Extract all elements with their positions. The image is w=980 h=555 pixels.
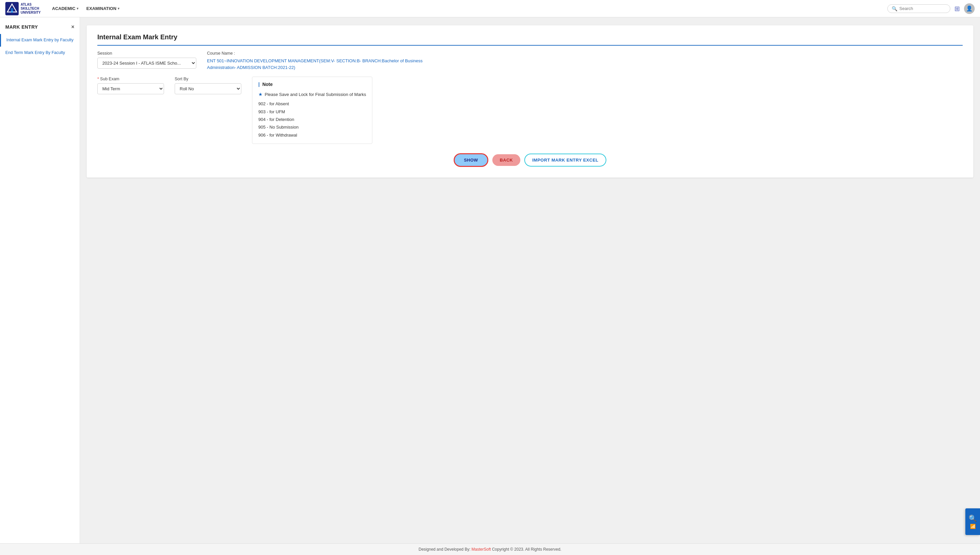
note-list: ★ Please Save and Lock for Final Submiss… [258, 90, 366, 139]
sidebar-item-end-term[interactable]: End Term Mark Entry By Faculty [0, 47, 80, 59]
note-item-903: 903 - for UFM [258, 108, 366, 115]
show-button[interactable]: SHOW [454, 153, 488, 167]
search-float-icon: 🔍 [969, 514, 977, 522]
grid-icon[interactable]: ⊞ [954, 5, 960, 13]
examination-arrow-icon: ▾ [118, 6, 119, 10]
buttons-row: SHOW BACK IMPORT MARK ENTRY EXCEL [97, 153, 963, 167]
sub-exam-label: Sub Exam [97, 77, 164, 81]
sub-exam-select[interactable]: Mid Term End Term Quiz [97, 83, 164, 94]
search-icon: 🔍 [892, 6, 897, 11]
note-box: Note ★ Please Save and Lock for Final Su… [252, 77, 372, 144]
sort-by-select[interactable]: Roll No Name [175, 83, 241, 94]
session-group: Session 2023-24 Session I - ATLAS ISME S… [97, 51, 196, 69]
avatar[interactable]: 👤 [964, 3, 975, 14]
academic-arrow-icon: ▾ [77, 6, 78, 10]
sidebar-item-end-term-label: End Term Mark Entry By Faculty [0, 47, 80, 59]
course-name-group: Course Name : ENT 501~INNOVATION DEVELOP… [207, 51, 963, 71]
sort-by-label: Sort By [175, 77, 241, 81]
import-excel-button[interactable]: IMPORT MARK ENTRY EXCEL [524, 154, 607, 167]
note-item-906: 906 - for Withdrawal [258, 131, 366, 139]
float-button[interactable]: 🔍 📶 [966, 508, 980, 535]
content-area: Internal Exam Mark Entry Session 2023-24… [80, 17, 980, 543]
sub-exam-group: Sub Exam Mid Term End Term Quiz [97, 77, 164, 94]
star-icon: ★ [258, 90, 263, 99]
nav-academic[interactable]: ACADEMIC ▾ [49, 4, 82, 13]
session-select[interactable]: 2023-24 Session I - ATLAS ISME Scho... [97, 58, 196, 69]
navbar: ATLAS SKILLTECH UNIVERSITY ACADEMIC ▾ EX… [0, 0, 980, 17]
course-name-label: Course Name : [207, 51, 963, 56]
note-item-905: 905 - No Submission [258, 123, 366, 131]
subexam-sortby-note-row: Sub Exam Mid Term End Term Quiz Sort By … [97, 77, 963, 144]
svg-point-2 [11, 8, 13, 11]
sidebar-close-button[interactable]: × [71, 24, 74, 30]
course-name-value: ENT 501~INNOVATION DEVELOPMENT MANAGEMEN… [207, 58, 440, 71]
search-box[interactable]: 🔍 [887, 4, 950, 13]
sidebar-title: MARK ENTRY [5, 24, 38, 30]
sidebar: MARK ENTRY × Internal Exam Mark Entry by… [0, 17, 80, 543]
wifi-float-icon: 📶 [970, 524, 976, 529]
footer-brand-link[interactable]: MasterSoft [472, 547, 491, 552]
session-course-row: Session 2023-24 Session I - ATLAS ISME S… [97, 51, 963, 71]
note-primary-item: ★ Please Save and Lock for Final Submiss… [258, 90, 366, 99]
footer-copy: Copyright © 2023. All Rights Reserved. [491, 547, 562, 552]
logo: ATLAS SKILLTECH UNIVERSITY [5, 2, 41, 15]
footer-text: Designed and Developed By: [419, 547, 472, 552]
note-title: Note [258, 82, 366, 87]
sort-by-group: Sort By Roll No Name [175, 77, 241, 94]
svg-rect-3 [11, 11, 13, 13]
search-input[interactable] [899, 6, 946, 11]
navbar-nav: ACADEMIC ▾ EXAMINATION ▾ [49, 4, 123, 13]
footer: Designed and Developed By: MasterSoft Co… [0, 543, 980, 555]
back-button[interactable]: BACK [492, 154, 521, 166]
sidebar-header: MARK ENTRY × [0, 21, 80, 34]
main-card: Internal Exam Mark Entry Session 2023-24… [87, 25, 974, 178]
nav-examination[interactable]: EXAMINATION ▾ [83, 4, 123, 13]
logo-text: ATLAS SKILLTECH UNIVERSITY [21, 3, 41, 14]
sidebar-menu: Internal Exam Mark Entry by Faculty End … [0, 34, 80, 59]
note-item-902: 902 - for Absent [258, 100, 366, 107]
navbar-right: 🔍 ⊞ 👤 [887, 3, 975, 14]
note-item-904: 904 - for Detention [258, 115, 366, 123]
session-label: Session [97, 51, 196, 56]
card-title: Internal Exam Mark Entry [97, 33, 963, 46]
sidebar-item-internal-exam[interactable]: Internal Exam Mark Entry by Faculty [0, 34, 80, 47]
main-wrapper: MARK ENTRY × Internal Exam Mark Entry by… [0, 17, 980, 543]
sidebar-item-internal-exam-label: Internal Exam Mark Entry by Faculty [1, 34, 80, 47]
logo-icon [5, 2, 19, 15]
